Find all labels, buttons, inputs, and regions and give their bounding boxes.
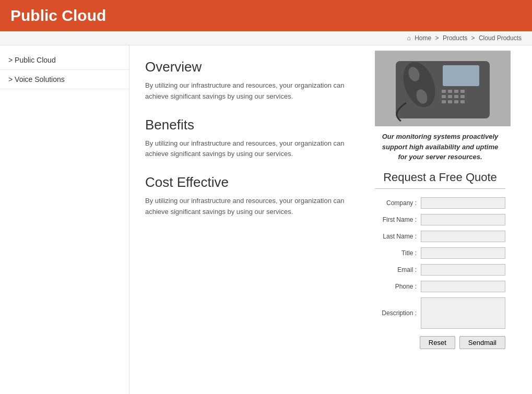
breadcrumb-sep2: > — [471, 34, 475, 42]
form-actions: Reset Sendmail — [375, 336, 505, 349]
breadcrumb-sep1: > — [435, 34, 439, 42]
cost-effective-title: Cost Effective — [145, 174, 354, 190]
promo-text: Our monitoring systems proactively suppo… — [375, 132, 505, 162]
reset-button[interactable]: Reset — [420, 336, 455, 349]
svg-rect-7 — [448, 90, 452, 93]
sendmail-button[interactable]: Sendmail — [459, 336, 505, 349]
title-label: Title : — [375, 249, 421, 257]
svg-rect-16 — [454, 100, 458, 103]
phone-label: Phone : — [375, 283, 421, 290]
svg-rect-6 — [442, 90, 446, 93]
sidebar-item-voice-solutions[interactable]: > Voice Solutions — [0, 70, 129, 89]
main-layout: > Public Cloud > Voice Solutions Overvie… — [0, 45, 532, 394]
sidebar: > Public Cloud > Voice Solutions — [0, 45, 129, 394]
phone-image — [375, 51, 511, 126]
company-label: Company : — [375, 199, 421, 207]
email-input[interactable] — [421, 264, 505, 276]
breadcrumb-home[interactable]: Home — [415, 34, 431, 42]
title-row: Title : — [375, 247, 505, 259]
phone-row: Phone : — [375, 281, 505, 292]
first-name-input[interactable] — [421, 214, 505, 225]
page-title: Public Cloud — [10, 7, 106, 25]
svg-rect-11 — [448, 95, 452, 98]
overview-body: By utilizing our infrastructure and reso… — [145, 80, 354, 102]
svg-rect-15 — [448, 100, 452, 103]
benefits-body: By utilizing our infrastructure and reso… — [145, 138, 354, 160]
main-content: Overview By utilizing our infrastructure… — [129, 45, 370, 394]
description-textarea[interactable] — [421, 297, 505, 329]
quote-form-container: Request a Free Quote Company : First Nam… — [375, 171, 505, 349]
page-header: Public Cloud — [0, 0, 532, 31]
breadcrumb: ⌂ Home > Products > Cloud Products — [0, 31, 532, 45]
last-name-row: Last Name : — [375, 231, 505, 242]
svg-rect-9 — [460, 90, 465, 93]
cost-effective-body: By utilizing our infrastructure and reso… — [145, 196, 354, 218]
breadcrumb-current: Cloud Products — [479, 34, 522, 42]
overview-title: Overview — [145, 59, 354, 75]
last-name-input[interactable] — [421, 231, 505, 242]
benefits-title: Benefits — [145, 117, 354, 133]
email-label: Email : — [375, 266, 421, 273]
breadcrumb-products[interactable]: Products — [443, 34, 467, 42]
description-row: Description : — [375, 297, 505, 329]
company-input[interactable] — [421, 197, 505, 209]
phone-input[interactable] — [421, 281, 505, 292]
svg-rect-14 — [442, 100, 446, 103]
svg-rect-5 — [443, 65, 479, 86]
email-row: Email : — [375, 264, 505, 276]
right-panel: Our monitoring systems proactively suppo… — [370, 45, 516, 394]
company-row: Company : — [375, 197, 505, 209]
svg-rect-13 — [460, 95, 465, 98]
svg-rect-17 — [460, 100, 465, 103]
home-icon: ⌂ — [407, 34, 411, 42]
first-name-label: First Name : — [375, 216, 421, 223]
first-name-row: First Name : — [375, 214, 505, 225]
svg-rect-12 — [454, 95, 458, 98]
svg-rect-8 — [454, 90, 458, 93]
svg-rect-10 — [442, 95, 446, 98]
title-input[interactable] — [421, 247, 505, 259]
last-name-label: Last Name : — [375, 233, 421, 240]
sidebar-item-public-cloud[interactable]: > Public Cloud — [0, 51, 129, 70]
quote-title: Request a Free Quote — [375, 171, 505, 189]
description-label: Description : — [375, 309, 421, 317]
